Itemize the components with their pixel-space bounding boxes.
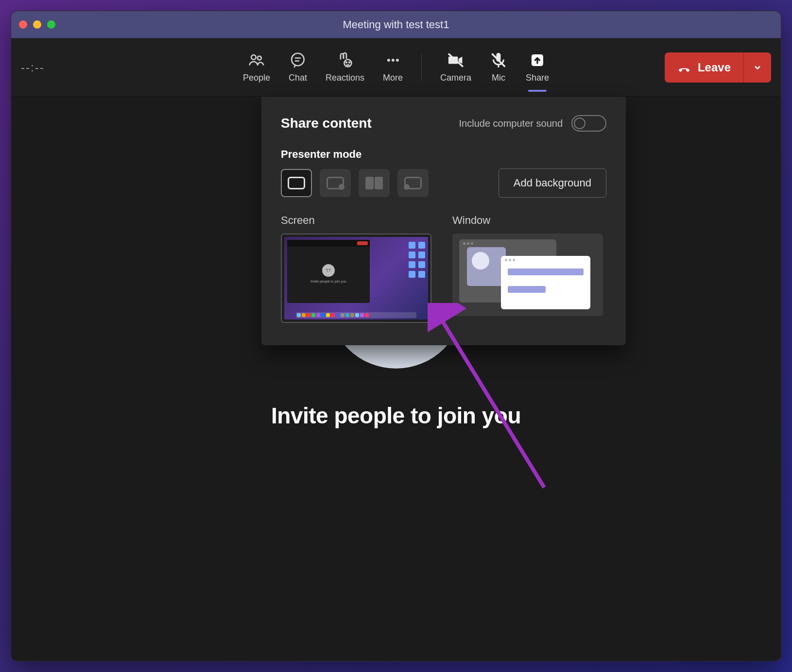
more-button[interactable]: More [383, 51, 403, 83]
leave-button-group: Leave [665, 52, 771, 83]
maximize-window-button[interactable] [47, 20, 55, 29]
mini-dock [296, 312, 416, 318]
leave-options-button[interactable] [744, 52, 771, 83]
share-screen-option[interactable]: TT Invite people to join you [281, 234, 431, 323]
share-screen-column: Screen TT Invite people to join you [281, 214, 435, 323]
leave-label: Leave [698, 61, 731, 74]
minimize-window-button[interactable] [33, 20, 41, 29]
more-icon [384, 51, 402, 69]
side-by-side-icon [365, 177, 383, 189]
hangup-icon [677, 61, 691, 74]
toolbar-divider [421, 54, 422, 81]
people-icon [248, 51, 265, 69]
window-thumb-front [501, 256, 590, 309]
chevron-down-icon [753, 63, 762, 72]
share-panel-header: Share content Include computer sound [281, 115, 606, 132]
screen-thumbnail: TT Invite people to join you [284, 237, 428, 319]
svg-point-0 [251, 55, 256, 60]
mini-caption: Invite people to join you [310, 280, 346, 283]
svg-point-10 [396, 59, 399, 62]
toolbar-center: People Chat Reactions [243, 51, 549, 83]
mic-label: Mic [492, 73, 505, 83]
chat-icon [289, 51, 307, 69]
window-thumb-mid [467, 247, 506, 286]
desktop-icons [409, 242, 425, 278]
share-options: Screen TT Invite people to join you [281, 214, 606, 323]
app-window: Meeting with test test1 --:-- People Cha… [11, 11, 781, 661]
include-sound-toggle[interactable] [571, 115, 606, 132]
presenter-mode-standout[interactable] [320, 169, 351, 197]
chat-button[interactable]: Chat [289, 51, 307, 83]
svg-point-2 [292, 53, 304, 66]
share-window-option[interactable] [452, 234, 603, 316]
presenter-mode-content-only[interactable] [281, 169, 312, 197]
share-label: Share [526, 73, 549, 83]
camera-button[interactable]: Camera [440, 51, 471, 83]
close-window-button[interactable] [19, 20, 27, 29]
share-button[interactable]: Share [526, 51, 549, 83]
people-label: People [243, 73, 270, 83]
meeting-toolbar: --:-- People Chat [11, 38, 781, 97]
add-background-button[interactable]: Add background [499, 168, 606, 198]
invite-heading: Invite people to join you [271, 403, 521, 429]
reporter-icon [404, 177, 422, 189]
include-sound-row: Include computer sound [459, 115, 606, 132]
traffic-lights [19, 20, 55, 29]
mini-avatar: TT [322, 264, 335, 277]
share-icon [529, 51, 546, 69]
svg-point-8 [387, 59, 390, 62]
content-only-icon [288, 177, 305, 189]
svg-point-7 [349, 62, 350, 63]
mic-off-icon [490, 51, 507, 69]
people-button[interactable]: People [243, 51, 270, 83]
presenter-mode-reporter[interactable] [397, 169, 429, 197]
svg-point-1 [258, 56, 261, 60]
camera-label: Camera [440, 73, 471, 83]
svg-point-9 [392, 59, 395, 62]
toolbar-right: Leave [665, 52, 771, 83]
share-panel-title: Share content [281, 116, 372, 131]
reactions-icon [336, 51, 354, 69]
mini-meeting-window: TT Invite people to join you [287, 240, 370, 303]
window-label: Window [452, 214, 606, 227]
svg-point-6 [346, 62, 347, 63]
standout-icon [327, 177, 344, 189]
mic-button[interactable]: Mic [490, 51, 507, 83]
share-window-column: Window [452, 214, 606, 323]
share-content-panel: Share content Include computer sound Pre… [261, 97, 626, 345]
camera-off-icon [447, 51, 465, 69]
leave-button[interactable]: Leave [665, 52, 744, 83]
window-title: Meeting with test test1 [11, 18, 781, 31]
presenter-mode-title: Presenter mode [281, 148, 606, 161]
include-sound-label: Include computer sound [459, 118, 563, 129]
reactions-button[interactable]: Reactions [326, 51, 364, 83]
toggle-knob [574, 118, 585, 129]
reactions-label: Reactions [326, 73, 364, 83]
meeting-timer: --:-- [21, 61, 45, 74]
presenter-mode-side-by-side[interactable] [359, 169, 390, 197]
screen-label: Screen [281, 214, 435, 227]
more-label: More [383, 73, 403, 83]
presenter-mode-row: Add background [281, 168, 606, 198]
title-bar: Meeting with test test1 [11, 11, 781, 38]
chat-label: Chat [289, 73, 307, 83]
